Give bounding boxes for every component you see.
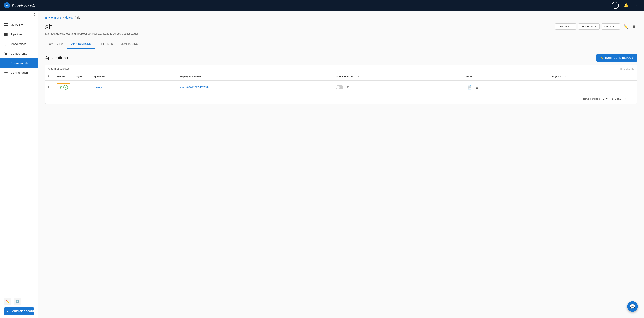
edit-icon-button[interactable]: ✏️ [4,298,12,305]
row-checkbox[interactable] [48,86,51,88]
deployed-version-link[interactable]: main-20240712-120228 [180,86,209,89]
edit-button[interactable]: ✏️ [622,23,629,30]
tabs-bar: OVERVIEW APPLICATIONS PIPELINES MONITORI… [45,40,637,49]
next-page-button[interactable]: › [630,96,634,101]
app-logo: KubeRocketCI [4,2,612,8]
tab-monitoring[interactable]: MONITORING [117,40,142,49]
topnav-actions: i 🔔 ⋮ [612,2,640,9]
sidebar-item-overview[interactable]: Overview [0,20,38,29]
rocket-icon [4,2,10,8]
values-override-external-link-icon[interactable]: ↗ [345,85,350,90]
svg-rect-5 [6,25,8,26]
configure-deploy-button[interactable]: ✏️ CONFIGURE DEPLOY [596,54,637,62]
page-actions: ARGO CD ↗ GRAFANA ↗ KIBANA ↗ ✏️ 🗑 [555,23,637,30]
values-override-info-icon: i [356,75,358,78]
argo-cd-button[interactable]: ARGO CD ↗ [555,23,576,30]
sidebar-bottom-icons: ✏️ ⚙️ [4,298,34,305]
chat-fab-button[interactable]: 💬 [627,301,638,312]
settings-icon: ⚙️ [16,300,20,303]
delete-icon: 🗑 [632,24,636,28]
sidebar-item-pipelines[interactable]: Pipelines [0,29,38,39]
create-resource-label: + CREATE RESOURCE [10,310,38,313]
applications-table: Health Sync Application Deployed version [45,73,637,94]
delete-label: DELETE [624,67,634,70]
app-title: KubeRocketCI [12,3,36,8]
sidebar-item-marketplace[interactable]: Marketplace [0,39,38,49]
sidebar-item-label: Overview [11,23,23,26]
svg-rect-3 [6,23,8,24]
sidebar-collapse-button[interactable]: ❮ [33,13,36,16]
row-checkbox-cell [45,80,54,94]
external-link-icon: ↗ [615,25,618,28]
values-override-cell: ↗ [333,80,463,94]
app-body: ❮ Overview Pipelines Marketplace [0,11,644,318]
rows-per-page-select[interactable]: 5 10 25 [602,97,609,100]
tab-overview[interactable]: OVERVIEW [45,40,68,49]
sidebar-item-environments[interactable]: Environments [0,58,38,68]
table-toolbar: 0 item(s) selected 🗑 DELETE [45,65,637,73]
application-link[interactable]: es-usage [92,86,103,89]
sync-icon: ✓ [63,85,68,89]
top-navigation: KubeRocketCI i 🔔 ⋮ [0,0,644,11]
pencil-icon: ✏️ [600,56,604,59]
sidebar-item-label: Configuration [11,71,28,74]
pencil-icon: ✏️ [6,300,10,303]
kibana-label: KIBANA [604,25,614,28]
th-application: Application [89,73,177,80]
breadcrumb-sep1: / [63,16,64,19]
pods-grid-icon[interactable]: ⊞ [474,85,479,90]
page-header: sit Manage, deploy, test, and troublesho… [45,23,637,35]
pods-doc-icon[interactable]: 📄 [466,85,473,90]
th-deployed-version: Deployed version [177,73,332,80]
page-title: sit [45,23,139,31]
sidebar-item-components[interactable]: Components [0,49,38,58]
grafana-label: GRAFANA [581,25,594,28]
delete-button[interactable]: 🗑 [631,23,637,30]
more-menu-button[interactable]: ⋮ [633,2,640,9]
external-link-icon: ↗ [571,25,573,28]
th-sync: Sync [73,73,89,80]
breadcrumb-current: sit [77,16,80,19]
settings-icon-button[interactable]: ⚙️ [14,298,22,305]
edit-icon: ✏️ [623,24,628,28]
breadcrumb-sep2: / [75,16,76,19]
values-override-toggle[interactable] [336,85,344,89]
svg-point-9 [6,45,6,45]
sidebar-bottom: ✏️ ⚙️ + + CREATE RESOURCE [0,294,38,318]
health-cell: ♥ ✓ [54,80,73,94]
breadcrumb-environments[interactable]: Environments [45,16,62,19]
info-button[interactable]: i [612,2,619,9]
svg-rect-2 [4,23,6,24]
svg-rect-7 [4,34,8,35]
prev-page-button[interactable]: ‹ [624,96,627,101]
create-resource-button[interactable]: + + CREATE RESOURCE [4,308,34,315]
sidebar-item-configuration[interactable]: Configuration [0,68,38,77]
svg-rect-6 [4,33,8,34]
th-health: Health [54,73,73,80]
breadcrumb-deploy[interactable]: deploy [65,16,73,19]
application-name-cell: es-usage [89,80,177,94]
delete-selected-button[interactable]: 🗑 DELETE [620,67,634,70]
sidebar-item-label: Environments [11,61,28,65]
grafana-button[interactable]: GRAFANA ↗ [578,23,600,30]
notifications-button[interactable]: 🔔 [622,2,630,9]
main-content: Environments / deploy / sit sit Manage, … [38,11,644,318]
breadcrumb: Environments / deploy / sit [45,16,637,19]
tab-pipelines[interactable]: PIPELINES [95,40,117,49]
svg-point-10 [7,45,7,45]
svg-rect-11 [4,62,8,62]
bell-icon: 🔔 [624,3,628,8]
plus-icon: + [7,310,8,313]
table-header: Health Sync Application Deployed version [45,73,637,80]
kibana-button[interactable]: KIBANA ↗ [602,23,620,30]
configure-deploy-label: CONFIGURE DEPLOY [605,56,633,59]
sidebar: ❮ Overview Pipelines Marketplace [0,11,38,318]
rows-per-page-label: Rows per page: [583,97,600,100]
sidebar-item-label: Marketplace [11,42,26,45]
svg-point-1 [6,4,8,5]
gear-icon [4,70,8,75]
svg-point-14 [5,72,6,73]
applications-section-header: Applications ✏️ CONFIGURE DEPLOY [45,54,637,62]
select-all-checkbox[interactable] [48,75,51,77]
tab-applications[interactable]: APPLICATIONS [68,40,95,49]
